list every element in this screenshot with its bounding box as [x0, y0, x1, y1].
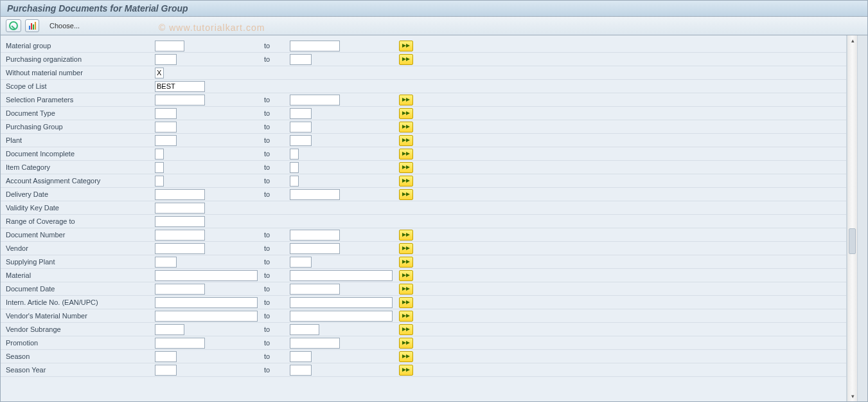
input-from-promotion[interactable]: [155, 338, 205, 349]
outer-vertical-scrollbar[interactable]: [857, 35, 867, 401]
input-to-delivery-date[interactable]: [290, 189, 340, 200]
multiple-selection-button-vendor[interactable]: [399, 243, 413, 254]
multiple-selection-button-doc-number[interactable]: [399, 230, 413, 241]
selection-row-doc-number: Document Numberto: [1, 228, 846, 242]
input-from-purch-org[interactable]: [155, 54, 177, 65]
selection-row-material: Materialto: [1, 269, 846, 282]
selection-row-selection-params: Selection Parametersto: [1, 93, 846, 107]
to-label: to: [264, 42, 290, 50]
input-to-doc-date[interactable]: [290, 284, 340, 295]
input-from-season-year[interactable]: [155, 365, 177, 376]
multiple-selection-button-doc-date[interactable]: [399, 284, 413, 295]
input-to-doc-type[interactable]: [290, 108, 312, 119]
multiple-selection-button-doc-type[interactable]: [399, 108, 413, 119]
bars-icon: [29, 22, 36, 30]
input-from-season[interactable]: [155, 351, 177, 362]
input-to-supplying-plant[interactable]: [290, 257, 312, 268]
input-from-doc-type[interactable]: [155, 108, 177, 119]
to-label: to: [264, 109, 290, 117]
selection-row-supplying-plant: Supplying Plantto: [1, 255, 846, 269]
selection-row-delivery-date: Delivery Dateto: [1, 188, 846, 201]
input-from-vendor[interactable]: [155, 243, 205, 254]
input-from-selection-params[interactable]: [155, 95, 205, 105]
label-vendor-mat-no: Vendor's Material Number: [1, 312, 155, 320]
form-scroll-area: Material grouptoPurchasing organizationt…: [1, 35, 847, 401]
input-from-vendor-mat-no[interactable]: [155, 311, 258, 322]
input-from-purch-group[interactable]: [155, 122, 177, 132]
input-to-vendor[interactable]: [290, 243, 340, 254]
input-to-vendor-subrange[interactable]: [290, 324, 319, 335]
execute-button[interactable]: [6, 19, 21, 32]
input-to-vendor-mat-no[interactable]: [290, 311, 393, 322]
input-to-doc-incomplete[interactable]: [290, 149, 299, 160]
input-to-material-group[interactable]: [290, 41, 340, 51]
multiple-selection-button-doc-incomplete[interactable]: [399, 149, 413, 160]
input-from-material-group[interactable]: [155, 41, 184, 51]
input-from-item-category[interactable]: [155, 162, 164, 173]
label-supplying-plant: Supplying Plant: [1, 258, 155, 266]
input-to-material[interactable]: [290, 270, 393, 281]
input-from-without-mat-no[interactable]: [155, 68, 164, 78]
input-to-ean-upc[interactable]: [290, 297, 393, 308]
multiple-selection-button-acct-assign-cat[interactable]: [399, 176, 413, 187]
input-to-selection-params[interactable]: [290, 95, 340, 105]
multiple-selection-button-ean-upc[interactable]: [399, 297, 413, 308]
input-from-material[interactable]: [155, 270, 258, 281]
to-label: to: [264, 231, 290, 239]
input-to-purch-group[interactable]: [290, 122, 312, 132]
multiple-selection-button-vendor-subrange[interactable]: [399, 324, 413, 335]
to-label: to: [264, 163, 290, 171]
input-to-doc-number[interactable]: [290, 230, 340, 241]
multiple-selection-button-item-category[interactable]: [399, 162, 413, 173]
multiple-selection-button-promotion[interactable]: [399, 338, 413, 349]
input-from-vendor-subrange[interactable]: [155, 324, 184, 335]
label-item-category: Item Category: [1, 163, 155, 171]
input-to-season[interactable]: [290, 351, 312, 362]
page-title: Purchasing Documents for Material Group: [1, 1, 867, 17]
input-to-season-year[interactable]: [290, 365, 312, 376]
input-from-acct-assign-cat[interactable]: [155, 176, 164, 187]
input-from-doc-date[interactable]: [155, 284, 205, 295]
multiple-selection-button-season-year[interactable]: [399, 365, 413, 376]
label-purch-org: Purchasing organization: [1, 55, 155, 63]
input-from-doc-number[interactable]: [155, 230, 205, 241]
input-from-scope-of-list[interactable]: [155, 81, 205, 92]
label-doc-number: Document Number: [1, 231, 155, 239]
input-to-item-category[interactable]: [290, 162, 299, 173]
multiple-selection-button-selection-params[interactable]: [399, 95, 413, 105]
selection-row-promotion: Promotionto: [1, 336, 846, 350]
input-to-plant[interactable]: [290, 135, 312, 146]
variants-button[interactable]: [25, 19, 39, 32]
multiple-selection-button-season[interactable]: [399, 351, 413, 362]
input-from-plant[interactable]: [155, 135, 177, 146]
scroll-down-icon[interactable]: ▾: [849, 392, 856, 400]
multiple-selection-button-material-group[interactable]: [399, 41, 413, 51]
selection-row-scope-of-list: Scope of List: [1, 80, 846, 93]
label-plant: Plant: [1, 136, 155, 144]
input-from-doc-incomplete[interactable]: [155, 149, 164, 160]
label-promotion: Promotion: [1, 339, 155, 347]
multiple-selection-button-material[interactable]: [399, 270, 413, 281]
multiple-selection-button-purch-group[interactable]: [399, 122, 413, 132]
label-season-year: Season Year: [1, 366, 155, 374]
input-from-range-coverage-to[interactable]: [155, 216, 205, 227]
selection-row-vendor-mat-no: Vendor's Material Numberto: [1, 309, 846, 323]
input-to-purch-org[interactable]: [290, 54, 312, 65]
multiple-selection-button-vendor-mat-no[interactable]: [399, 311, 413, 322]
multiple-selection-button-supplying-plant[interactable]: [399, 257, 413, 268]
multiple-selection-button-purch-org[interactable]: [399, 54, 413, 65]
input-from-ean-upc[interactable]: [155, 297, 258, 308]
inner-vertical-scrollbar[interactable]: ▴ ▾: [847, 35, 857, 401]
scroll-up-icon[interactable]: ▴: [849, 37, 856, 44]
input-to-promotion[interactable]: [290, 338, 340, 349]
multiple-selection-button-delivery-date[interactable]: [399, 189, 413, 200]
input-from-validity-key-date[interactable]: [155, 203, 205, 214]
label-vendor: Vendor: [1, 244, 155, 252]
input-to-acct-assign-cat[interactable]: [290, 176, 299, 187]
input-from-delivery-date[interactable]: [155, 189, 205, 200]
scroll-thumb[interactable]: [849, 228, 856, 254]
selection-row-season: Seasonto: [1, 350, 846, 363]
input-from-supplying-plant[interactable]: [155, 257, 177, 268]
choose-label[interactable]: Choose...: [43, 22, 86, 30]
multiple-selection-button-plant[interactable]: [399, 135, 413, 146]
